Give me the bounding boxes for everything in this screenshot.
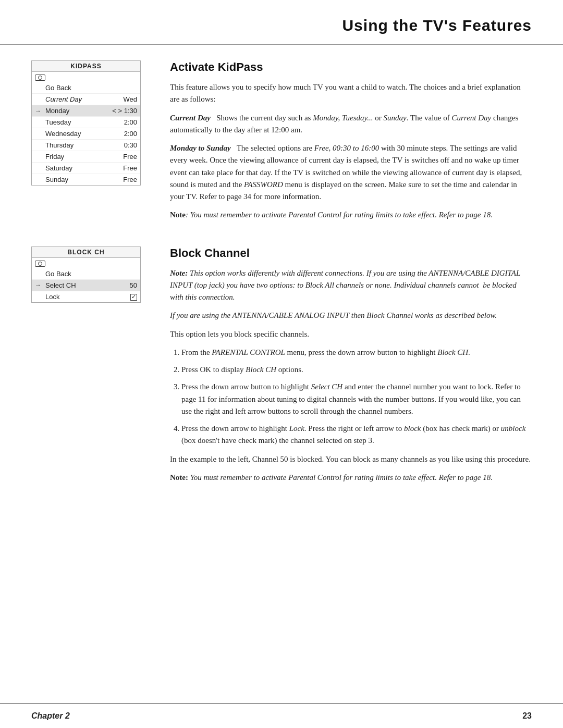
blockchannel-intro: This option lets you block specific chan… — [170, 328, 532, 340]
kidpass-currentday-term: Current Day — [170, 114, 211, 122]
blockchannel-step-1: From the PARENTAL CONTROL menu, press th… — [181, 347, 532, 359]
blockchannel-menu-title: BLOCK CH — [32, 247, 140, 258]
kidpass-label-tuesday: Tuesday — [43, 118, 116, 126]
blockchannel-note1-text: This option works differently with diffe… — [170, 269, 520, 302]
blockchannel-row-goback: Go Back — [32, 268, 140, 280]
kidpass-sunday-term: Sunday — [384, 114, 407, 122]
kidpass-icon-row — [32, 72, 140, 82]
kidpass-row-currentday: Current Day Wed — [32, 94, 140, 105]
kidpass-section: KIDPASS Go Back Current Day Wed — [31, 60, 532, 228]
kidpass-montosun-term: Monday to Sunday — [170, 144, 231, 152]
blockchannel-row-lock: Lock — [32, 291, 140, 302]
kidpass-row-goback: Go Back — [32, 82, 140, 94]
kidpass-menu-panel: KIDPASS Go Back Current Day Wed — [31, 60, 151, 228]
kidpass-row-wednesday: Wednesday 2:00 — [32, 128, 140, 140]
blockchannel-analog-note: If you are using the ANTENNA/CABLE ANALO… — [170, 310, 532, 322]
blockchannel-value-lock — [116, 293, 137, 301]
page-header: Using the TV's Features — [0, 0, 563, 45]
kidpass-arrow-monday: → — [35, 107, 43, 115]
kidpass-currentday-para: Current Day Shows the current day such a… — [170, 112, 532, 137]
blockchannel-text-panel: Block Channel Note: This option works di… — [170, 246, 532, 490]
kidpass-montosun-para: Monday to Sunday The selected options ar… — [170, 142, 532, 203]
kidpass-currentday-examples: Monday, Tuesday... — [313, 114, 373, 122]
kidpass-label-thursday: Thursday — [43, 141, 116, 149]
blockchannel-step-2: Press OK to display Block CH options. — [181, 364, 532, 376]
blockchannel-label-selectch: Select CH — [43, 281, 116, 289]
step4-unblock: unblock — [501, 424, 525, 433]
kidpass-value-thursday: 0:30 — [116, 141, 137, 149]
blockchannel-note2: Note: You must remember to activate Pare… — [170, 472, 532, 484]
step3-selectch: Select CH — [311, 382, 342, 391]
kidpass-note-text: : You must remember to activate Parental… — [186, 211, 493, 219]
kidpass-menu-title: KIDPASS — [32, 61, 140, 72]
vcr-icon-2 — [35, 260, 45, 267]
blockchannel-row-selectch: → Select CH 50 — [32, 280, 140, 291]
footer-page-number: 23 — [522, 711, 532, 721]
blockchannel-step-3: Press the down arrow button to highlight… — [181, 381, 532, 417]
blockchannel-menu-panel: BLOCK CH Go Back → Select CH 50 — [31, 246, 151, 490]
footer-chapter: Chapter 2 — [31, 711, 70, 721]
blockchannel-note1-bold: Note: — [170, 269, 188, 277]
blockchannel-value-selectch: 50 — [116, 281, 137, 289]
kidpass-row-sunday: Sunday Free — [32, 174, 140, 185]
kidpass-note-bold: Note — [170, 211, 186, 219]
kidpass-password-term: PASSWORD — [244, 180, 283, 189]
kidpass-label-monday: Monday — [43, 107, 112, 115]
kidpass-row-monday: → Monday < > 1:30 — [32, 105, 140, 117]
step1-blockch: Block CH — [437, 348, 468, 356]
blockchannel-section: BLOCK CH Go Back → Select CH 50 — [31, 246, 532, 490]
blockchannel-section-title: Block Channel — [170, 246, 532, 260]
vcr-icon — [35, 73, 45, 81]
blockchannel-note2-bold: Note: — [170, 473, 188, 482]
main-content: KIDPASS Go Back Current Day Wed — [0, 45, 563, 490]
blockchannel-note1: Note: This option works differently with… — [170, 267, 532, 304]
page-footer: Chapter 2 23 — [0, 703, 563, 728]
kidpass-value-monday: < > 1:30 — [112, 107, 137, 115]
blockchannel-icon-row — [32, 258, 140, 268]
step2-blockch: Block CH — [246, 365, 276, 374]
kidpass-value-tuesday: 2:00 — [116, 118, 137, 126]
kidpass-note: Note: You must remember to activate Pare… — [170, 209, 532, 221]
blockchannel-label-goback: Go Back — [43, 270, 116, 278]
lock-checkbox — [130, 294, 137, 301]
kidpass-value-sunday: Free — [116, 176, 137, 183]
kidpass-row-friday: Friday Free — [32, 151, 140, 163]
kidpass-value-friday: Free — [116, 153, 137, 161]
kidpass-label-wednesday: Wednesday — [43, 130, 116, 138]
kidpass-menu-box: KIDPASS Go Back Current Day Wed — [31, 60, 141, 186]
kidpass-label-sunday: Sunday — [43, 176, 116, 183]
step1-parental: PARENTAL CONTROL — [212, 348, 285, 356]
kidpass-section-title: Activate KidPass — [170, 60, 532, 74]
blockchannel-note2-text: You must remember to activate Parental C… — [190, 473, 493, 482]
blockchannel-step-4: Press the down arrow to highlight Lock. … — [181, 423, 532, 447]
kidpass-label-goback: Go Back — [43, 84, 116, 92]
kidpass-value-wednesday: 2:00 — [116, 130, 137, 138]
kidpass-label-saturday: Saturday — [43, 164, 116, 172]
kidpass-text-panel: Activate KidPass This feature allows you… — [170, 60, 532, 228]
kidpass-intro: This feature allows you to specify how m… — [170, 81, 532, 106]
kidpass-label-friday: Friday — [43, 153, 116, 161]
blockchannel-analog-text: If you are using the ANTENNA/CABLE ANALO… — [170, 311, 497, 319]
blockchannel-label-lock: Lock — [43, 293, 116, 301]
kidpass-row-saturday: Saturday Free — [32, 163, 140, 174]
kidpass-free-term: Free, 00:30 to 16:00 — [314, 144, 379, 152]
blockchannel-example: In the example to the left, Channel 50 i… — [170, 453, 532, 465]
kidpass-value-currentday: Wed — [116, 95, 137, 103]
blockchannel-menu-box: BLOCK CH Go Back → Select CH 50 — [31, 246, 141, 303]
blockchannel-arrow-selectch: → — [35, 281, 43, 289]
step4-block: block — [404, 424, 421, 433]
kidpass-value-saturday: Free — [116, 164, 137, 172]
kidpass-row-thursday: Thursday 0:30 — [32, 140, 140, 151]
kidpass-label-currentday: Current Day — [43, 95, 116, 103]
step4-lock: Lock — [289, 424, 304, 433]
kidpass-row-tuesday: Tuesday 2:00 — [32, 117, 140, 128]
page-title: Using the TV's Features — [31, 17, 532, 34]
kidpass-currentday-ref: Current Day — [452, 114, 492, 122]
blockchannel-steps: From the PARENTAL CONTROL menu, press th… — [181, 347, 532, 447]
